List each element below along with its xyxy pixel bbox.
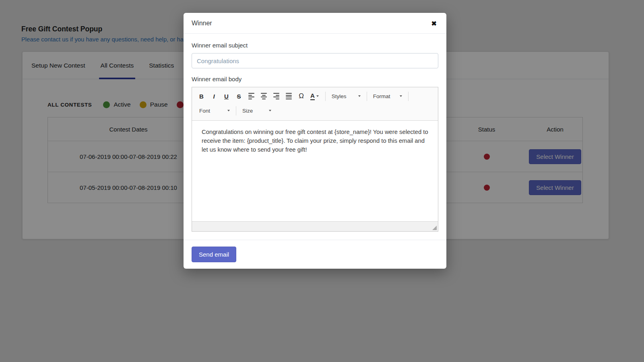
toolbar-row-1: B I U S Ω A Styles [196, 89, 434, 103]
font-dropdown-label: Font [199, 108, 210, 114]
align-center-icon[interactable] [258, 91, 269, 101]
toolbar-separator [408, 92, 409, 101]
editor-status-bar [192, 221, 438, 231]
styles-dropdown-label: Styles [332, 93, 347, 99]
body-label: Winner email body [192, 76, 438, 82]
italic-icon[interactable]: I [208, 91, 219, 101]
text-color-glyph: A [310, 92, 315, 100]
winner-email-body-editor[interactable]: Congratulations on winning our free gift… [192, 121, 438, 221]
styles-dropdown[interactable]: Styles [328, 91, 364, 101]
size-dropdown[interactable]: Size [239, 105, 275, 116]
format-dropdown-label: Format [373, 93, 390, 99]
chevron-down-icon [227, 110, 230, 111]
close-icon[interactable]: ✖ [429, 18, 439, 29]
modal-body: Winner email subject Winner email body B… [184, 34, 446, 240]
modal-title: Winner [192, 20, 212, 27]
strikethrough-icon[interactable]: S [233, 91, 244, 101]
rich-text-editor: B I U S Ω A Styles [192, 87, 438, 232]
resize-handle-icon[interactable] [432, 226, 437, 230]
underline-icon[interactable]: U [221, 91, 232, 101]
text-color-icon[interactable]: A [308, 91, 321, 101]
chevron-down-icon [269, 110, 271, 111]
toolbar-separator [236, 106, 236, 115]
winner-modal: Winner ✖ Winner email subject Winner ema… [184, 13, 446, 269]
align-justify-icon[interactable] [283, 91, 294, 101]
chevron-down-icon [316, 95, 319, 97]
special-character-icon[interactable]: Ω [296, 91, 307, 101]
toolbar-separator [325, 92, 326, 101]
align-left-icon[interactable] [246, 91, 257, 101]
bold-icon[interactable]: B [196, 91, 207, 101]
format-dropdown[interactable]: Format [370, 91, 405, 101]
editor-toolbar: B I U S Ω A Styles [192, 87, 438, 121]
chevron-down-icon [400, 95, 402, 97]
font-dropdown[interactable]: Font [196, 105, 233, 116]
toolbar-separator [367, 92, 367, 101]
chevron-down-icon [358, 95, 361, 97]
modal-header: Winner ✖ [184, 13, 446, 34]
subject-label: Winner email subject [192, 42, 438, 49]
send-email-button[interactable]: Send email [192, 247, 236, 262]
modal-footer: Send email [184, 240, 446, 269]
winner-email-subject-input[interactable] [192, 53, 438, 68]
size-dropdown-label: Size [242, 108, 253, 114]
toolbar-row-2: Font Size [196, 103, 434, 118]
align-right-icon[interactable] [271, 91, 282, 101]
